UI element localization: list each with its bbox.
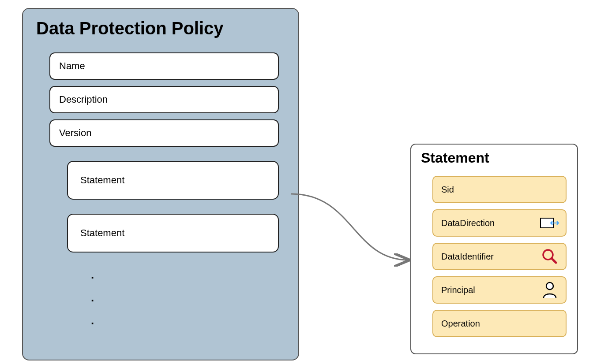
policy-statement-1: Statement [67,161,279,200]
data-direction-icon [540,214,559,232]
policy-field-description-label: Description [59,94,108,105]
statement-field-principal: Principal [432,276,567,304]
policy-statement-2-label: Statement [80,227,124,239]
statement-field-data-direction-label: DataDirection [441,218,495,228]
policy-statement-1-label: Statement [80,175,124,186]
policy-field-version: Version [49,119,279,147]
ellipsis-dot-1: . [91,263,288,286]
statement-field-operation-label: Operation [441,319,480,329]
user-icon [540,281,559,299]
statement-title: Statement [419,149,569,170]
statement-field-principal-label: Principal [441,285,475,295]
ellipsis-dot-3: . [91,309,288,332]
policy-field-name: Name [49,52,279,80]
policy-title: Data Protection Policy [34,16,288,46]
policy-statement-2: Statement [67,214,279,253]
statement-field-sid-label: Sid [441,185,454,195]
policy-field-version-label: Version [59,127,91,139]
statement-container: Statement Sid DataDirection DataIdentifi… [410,144,578,354]
policy-ellipsis: . . . [91,263,288,332]
svg-line-3 [552,258,556,263]
policy-field-description: Description [49,86,279,113]
svg-point-4 [546,282,553,290]
magnifier-icon [540,248,559,265]
statement-field-data-direction: DataDirection [432,209,567,237]
policy-container: Data Protection Policy Name Description … [22,8,299,360]
statement-field-data-identifier-label: DataIdentifier [441,252,494,262]
statement-field-operation: Operation [432,310,567,337]
statement-field-sid: Sid [432,176,567,203]
ellipsis-dot-2: . [91,286,288,309]
policy-field-name-label: Name [59,60,85,72]
statement-field-data-identifier: DataIdentifier [432,243,567,270]
